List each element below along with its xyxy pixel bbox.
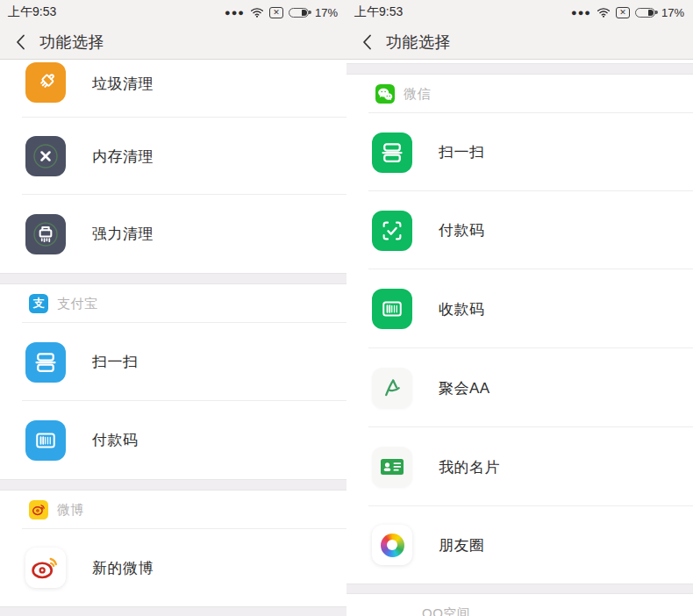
list-item-label: 付款码 [92,430,139,450]
list-item-label: 收款码 [439,299,485,319]
section-divider [0,606,346,616]
scan-icon [372,133,412,173]
list-item-deep-clean[interactable]: 强力清理 [0,195,346,273]
status-time: 上午9:53 [354,4,403,20]
list-item-wechat-paycode[interactable]: 付款码 [346,191,693,269]
list-item-label: 朋友圈 [439,535,485,555]
section-header-label: QQ空间 [422,605,470,616]
list-item-alipay-scan[interactable]: 扫一扫 [0,323,346,401]
signal-dots-icon: ●●● [571,8,591,18]
section-divider [0,273,346,284]
section-header-weibo: 微博 [0,491,346,529]
weibo-eye-icon [25,548,66,588]
list-item-wechat-aa[interactable]: 聚会AA [346,348,693,427]
list-item-wechat-moments[interactable]: 朋友圈 [346,506,693,584]
page-title: 功能选择 [39,32,104,53]
left-screen: 上午9:53 ●●● ✕ 17% 功能选择 [0,0,346,616]
section-divider [346,63,693,75]
barcode-icon [25,420,66,461]
memory-clean-icon [25,136,66,176]
list-item-label: 新的微博 [92,558,154,578]
battery-percent: 17% [661,6,684,19]
no-sim-icon: ✕ [616,7,630,18]
dual-screenshot-stage: 上午9:53 ●●● ✕ 17% 功能选择 [0,0,693,616]
section-header-qzone: QQ空间 [346,594,693,616]
back-icon[interactable] [16,34,25,50]
status-bar: 上午9:53 ●●● ✕ 17% [346,0,693,25]
section-header-label: 支付宝 [57,296,98,312]
list-item-alipay-paycode[interactable]: 付款码 [0,401,346,479]
battery-percent: 17% [315,6,338,19]
right-screen: 上午9:53 ●●● ✕ 17% 功能选择 [346,0,693,616]
nav-bar: 功能选择 [0,25,346,60]
section-header-label: 微信 [404,86,431,103]
list-item-wechat-name-card[interactable]: 我的名片 [346,427,693,506]
page-title: 功能选择 [386,32,451,53]
no-sim-icon: ✕ [269,7,283,18]
barcode-icon [372,289,412,329]
aa-icon [372,368,412,408]
list-item-junk-clean[interactable]: 垃圾清理 [0,60,346,118]
scan-icon [25,342,66,383]
list-item-label: 强力清理 [92,224,154,244]
status-bar: 上午9:53 ●●● ✕ 17% [0,0,346,25]
section-header-wechat: 微信 [346,75,693,113]
section-divider [0,479,346,491]
list-item-label: 内存清理 [92,147,154,167]
list-item-wechat-receive-code[interactable]: 收款码 [346,269,693,348]
alipay-icon: 支 [29,294,48,313]
section-header-label: 微博 [57,502,84,519]
back-icon[interactable] [362,34,372,50]
battery-icon [635,8,655,18]
paycode-check-icon [372,211,412,251]
battery-icon [289,8,309,18]
wechat-icon [375,84,395,104]
list-item-new-weibo[interactable]: 新的微博 [0,529,346,606]
list-item-label: 我的名片 [439,457,500,477]
shredder-icon [25,214,66,254]
weibo-icon [29,500,48,519]
list-item-label: 垃圾清理 [92,74,154,94]
list-item-wechat-scan[interactable]: 扫一扫 [346,113,693,191]
list-item-label: 扫一扫 [439,142,485,162]
list-item-label: 扫一扫 [92,352,139,372]
wifi-icon [250,7,264,18]
broom-icon [25,62,66,103]
status-time: 上午9:53 [8,4,56,20]
list-item-memory-clean[interactable]: 内存清理 [0,118,346,195]
section-divider [346,584,693,594]
list-item-label: 付款码 [439,220,485,240]
list-item-label: 聚会AA [439,378,490,398]
name-card-icon [372,447,412,487]
wifi-icon [597,7,611,18]
section-header-alipay: 支 支付宝 [0,284,346,323]
moments-wheel-icon [372,525,412,565]
nav-bar: 功能选择 [346,25,693,60]
signal-dots-icon: ●●● [225,8,245,18]
